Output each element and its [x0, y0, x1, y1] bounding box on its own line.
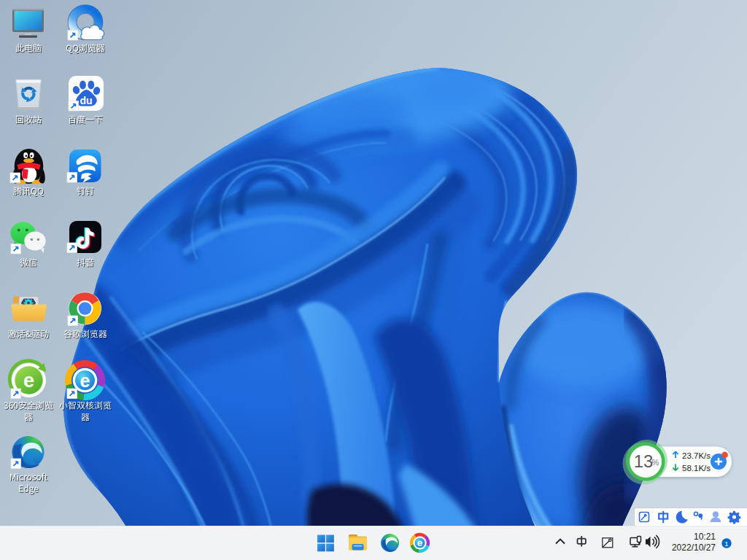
svg-text:e: e — [417, 537, 423, 548]
svg-text:58.1K/s: 58.1K/s — [682, 464, 711, 472]
svg-text:du: du — [80, 95, 92, 106]
svg-text:e: e — [23, 370, 34, 392]
svg-text:e: e — [80, 370, 90, 391]
svg-text:%: % — [652, 458, 659, 467]
svg-text:13: 13 — [634, 451, 654, 471]
svg-text:1: 1 — [724, 540, 728, 548]
svg-text:23.7K/s: 23.7K/s — [682, 451, 711, 460]
